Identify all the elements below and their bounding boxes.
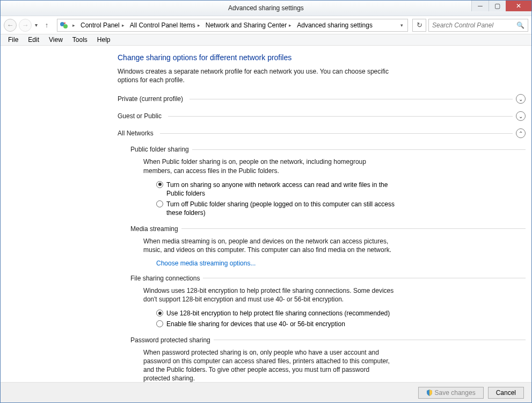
menu-tools[interactable]: Tools <box>68 35 92 45</box>
menu-help[interactable]: Help <box>93 35 115 45</box>
shield-icon <box>426 390 433 396</box>
control-panel-icon <box>60 21 68 30</box>
file-sharing-desc: Windows uses 128-bit encryption to help … <box>143 286 396 304</box>
svg-rect-2 <box>64 23 65 24</box>
titlebar: Advanced sharing settings ─ ▢ ✕ <box>1 1 531 16</box>
radio-icon[interactable] <box>156 320 163 327</box>
menu-file[interactable]: File <box>4 35 23 45</box>
section-public-folder: Public folder sharing <box>130 146 526 153</box>
profile-all[interactable]: All Networks ⌃ <box>118 128 526 138</box>
page-heading: Change sharing options for different net… <box>118 53 526 62</box>
public-folder-desc: When Public folder sharing is on, people… <box>143 157 396 175</box>
save-button[interactable]: Save changes <box>418 387 484 399</box>
breadcrumb-item[interactable]: Network and Sharing Center▸ <box>205 21 295 29</box>
forward-button[interactable]: → <box>19 19 32 32</box>
section-media: Media streaming <box>130 225 526 233</box>
profile-all-label: All Networks <box>118 129 157 137</box>
refresh-button[interactable]: ↻ <box>412 19 426 32</box>
svg-point-1 <box>63 24 68 28</box>
radio-128bit[interactable]: Use 128-bit encryption to help protect f… <box>156 309 403 318</box>
address-bar[interactable]: ▸ Control Panel▸ All Control Panel Items… <box>57 19 408 32</box>
search-input[interactable] <box>432 21 524 29</box>
media-options-link[interactable]: Choose media streaming options... <box>156 260 526 267</box>
radio-public-on[interactable]: Turn on sharing so anyone with network a… <box>156 181 403 198</box>
breadcrumb-item[interactable]: Control Panel▸ <box>79 21 128 29</box>
page-description: Windows creates a separate network profi… <box>118 67 402 84</box>
breadcrumb-sep: ▸ <box>69 23 78 28</box>
bottom-bar: Save changes Cancel <box>1 382 531 402</box>
breadcrumb-item[interactable]: All Control Panel Items▸ <box>129 21 203 29</box>
radio-icon[interactable] <box>156 200 163 207</box>
back-button[interactable]: ← <box>4 19 17 32</box>
menu-edit[interactable]: Edit <box>24 35 43 45</box>
media-desc: When media streaming is on, people and d… <box>143 237 396 254</box>
public-folder-options: Turn on sharing so anyone with network a… <box>156 181 526 218</box>
chevron-down-icon[interactable]: ⌄ <box>516 94 526 104</box>
content: Change sharing options for different net… <box>118 46 526 382</box>
radio-icon[interactable] <box>156 181 163 188</box>
window-controls: ─ ▢ ✕ <box>471 1 531 16</box>
profile-private[interactable]: Private (current profile) ⌄ <box>118 94 526 104</box>
profile-guest[interactable]: Guest or Public ⌄ <box>118 111 526 121</box>
radio-icon[interactable] <box>156 310 163 316</box>
section-password: Password protected sharing <box>130 336 526 344</box>
up-button[interactable]: ↑ <box>41 19 53 31</box>
minimize-button[interactable]: ─ <box>471 1 489 11</box>
navbar: ← → ▾ ↑ ▸ Control Panel▸ All Control Pan… <box>1 16 531 34</box>
chevron-up-icon[interactable]: ⌃ <box>516 128 526 138</box>
maximize-button[interactable]: ▢ <box>489 1 506 11</box>
section-file-sharing: File sharing connections <box>130 275 526 282</box>
password-desc: When password protected sharing is on, o… <box>143 348 396 382</box>
chevron-down-icon[interactable]: ⌄ <box>516 111 526 121</box>
radio-40bit[interactable]: Enable file sharing for devices that use… <box>156 320 403 328</box>
file-sharing-options: Use 128-bit encryption to help protect f… <box>156 309 526 328</box>
window-title: Advanced sharing settings <box>228 4 304 12</box>
menu-view[interactable]: View <box>45 35 67 45</box>
search-icon: 🔍 <box>516 21 524 29</box>
profile-guest-label: Guest or Public <box>118 112 165 120</box>
radio-public-off[interactable]: Turn off Public folder sharing (people l… <box>156 200 403 217</box>
profile-private-label: Private (current profile) <box>118 95 186 103</box>
cancel-button[interactable]: Cancel <box>488 387 524 399</box>
search-box[interactable]: 🔍 <box>428 19 528 32</box>
menubar: File Edit View Tools Help <box>1 34 531 46</box>
close-button[interactable]: ✕ <box>506 1 531 11</box>
address-dropdown[interactable]: ▾ <box>398 23 405 28</box>
breadcrumb-item[interactable]: Advanced sharing settings <box>296 21 374 29</box>
content-scroll[interactable]: Change sharing options for different net… <box>1 46 531 382</box>
history-dropdown[interactable]: ▾ <box>35 22 38 28</box>
